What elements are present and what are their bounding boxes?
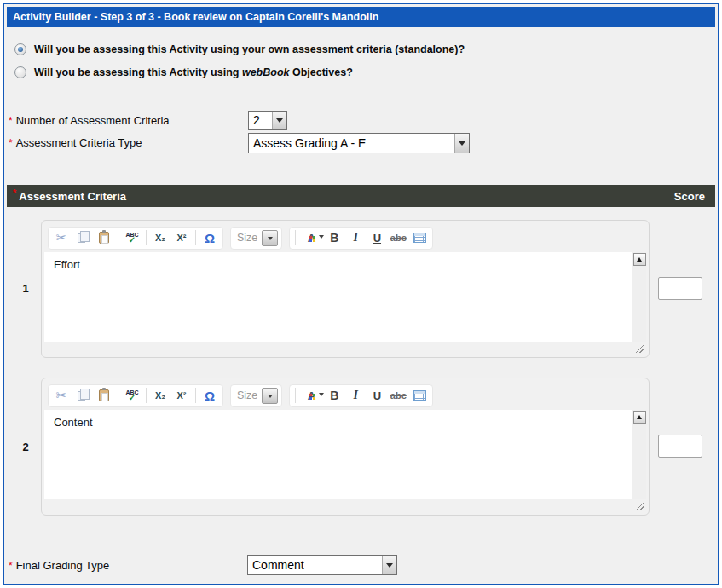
scroll-up-arrow-icon[interactable] — [633, 253, 646, 266]
num-criteria-label: *Number of Assessment Criteria — [9, 114, 170, 127]
row-number-1: 1 — [15, 282, 36, 295]
subscript-button[interactable]: X₂ — [150, 228, 170, 247]
criteria-type-select[interactable]: Assess Grading A - E — [248, 133, 470, 153]
copy-icon — [78, 233, 85, 243]
radio-button-standalone-selected[interactable] — [14, 43, 26, 55]
subscript-button[interactable]: X₂ — [150, 386, 170, 405]
subscript-icon: X₂ — [155, 233, 165, 243]
resize-handle[interactable] — [633, 499, 644, 510]
table-button[interactable] — [409, 228, 430, 247]
copy-icon — [78, 391, 85, 401]
final-grading-value: Comment — [248, 557, 382, 573]
italic-icon: I — [354, 389, 358, 402]
editor-toolbar-2: ✂ ABC✓ X₂ X² Ω Size A — [44, 381, 646, 410]
strikethrough-button[interactable]: abc — [388, 386, 408, 405]
page-title: Activity Builder - Step 3 of 3 - Book re… — [7, 7, 715, 27]
paste-icon — [99, 232, 109, 244]
special-character-button[interactable]: Ω — [199, 386, 220, 405]
num-criteria-value: 2 — [249, 112, 272, 128]
strikethrough-icon: abc — [390, 390, 407, 401]
editor-toolbar-1: ✂ ABC✓ X₂ X² Ω Size A — [44, 223, 646, 252]
assessment-criteria-header-bar: * Assessment Criteria Score — [7, 185, 715, 207]
criteria-text-area-1[interactable]: Effort — [44, 252, 632, 342]
scroll-up-arrow-icon[interactable] — [633, 411, 646, 424]
chevron-down-icon — [319, 393, 324, 399]
table-button[interactable] — [409, 386, 430, 405]
scrollbar-2[interactable] — [632, 410, 646, 499]
strikethrough-button[interactable]: abc — [388, 228, 408, 247]
spellcheck-button[interactable]: ABC✓ — [122, 228, 142, 247]
strikethrough-icon: abc — [390, 233, 407, 243]
scissors-icon: ✂ — [56, 230, 67, 245]
radio-button-webbook-unselected[interactable] — [14, 66, 26, 78]
superscript-icon: X² — [177, 233, 187, 243]
italic-icon: I — [354, 231, 358, 245]
table-icon — [413, 390, 426, 401]
underline-icon: U — [373, 232, 381, 245]
omega-icon: Ω — [205, 389, 215, 403]
text-color-button[interactable]: A — [299, 228, 323, 247]
table-icon — [413, 233, 426, 243]
criteria-type-value: Assess Grading A - E — [249, 135, 454, 151]
paste-icon — [99, 389, 109, 401]
chevron-down-icon — [319, 235, 324, 241]
scrollbar-1[interactable] — [632, 252, 646, 342]
activity-builder-window: Activity Builder - Step 3 of 3 - Book re… — [0, 0, 722, 588]
activity-builder-panel: Activity Builder - Step 3 of 3 - Book re… — [3, 3, 719, 585]
paste-button[interactable] — [94, 386, 114, 405]
score-input-2[interactable] — [658, 435, 702, 458]
spellcheck-button[interactable]: ABC✓ — [122, 386, 142, 405]
special-character-button[interactable]: Ω — [199, 228, 220, 247]
row-number-2: 2 — [15, 441, 36, 453]
scissors-icon: ✂ — [56, 388, 67, 403]
font-size-select[interactable]: Size — [230, 227, 282, 250]
chevron-down-icon[interactable] — [454, 134, 469, 153]
final-grading-label: *Final Grading Type — [9, 559, 109, 572]
italic-button[interactable]: I — [345, 386, 366, 405]
paste-button[interactable] — [94, 228, 114, 247]
radio-option-webbook[interactable]: Will you be assessing this Activity usin… — [14, 66, 353, 78]
radio-option-standalone[interactable]: Will you be assessing this Activity usin… — [14, 43, 465, 55]
page-title-text: Activity Builder - Step 3 of 3 - Book re… — [13, 11, 378, 23]
superscript-button[interactable]: X² — [171, 386, 192, 405]
radio-label-standalone[interactable]: Will you be assessing this Activity usin… — [34, 43, 465, 55]
final-grading-select[interactable]: Comment — [247, 555, 397, 575]
resize-handle[interactable] — [633, 342, 644, 353]
required-asterisk: * — [13, 185, 16, 200]
chevron-down-icon[interactable] — [262, 388, 278, 404]
required-asterisk: * — [9, 115, 13, 127]
superscript-button[interactable]: X² — [171, 228, 192, 247]
criteria-text-area-2[interactable]: Content — [44, 410, 632, 499]
underline-icon: U — [373, 389, 381, 402]
rich-text-editor-1: ✂ ABC✓ X₂ X² Ω Size A — [41, 220, 650, 358]
spellcheck-icon: ABC✓ — [125, 389, 138, 402]
spellcheck-icon: ABC✓ — [125, 232, 138, 245]
bold-icon: B — [330, 389, 338, 402]
score-column-heading: Score — [674, 190, 705, 203]
copy-button[interactable] — [72, 386, 93, 405]
required-asterisk: * — [9, 137, 13, 149]
text-color-button[interactable]: A — [299, 386, 323, 405]
omega-icon: Ω — [205, 231, 215, 245]
radio-label-webbook[interactable]: Will you be assessing this Activity usin… — [34, 66, 353, 78]
subscript-icon: X₂ — [155, 390, 165, 401]
criteria-type-label: *Assessment Criteria Type — [9, 136, 142, 149]
chevron-down-icon[interactable] — [262, 230, 278, 246]
copy-button[interactable] — [72, 228, 93, 247]
underline-button[interactable]: U — [367, 228, 387, 247]
bold-button[interactable]: B — [324, 228, 344, 247]
chevron-down-icon[interactable] — [272, 112, 286, 129]
score-input-1[interactable] — [658, 277, 702, 300]
cut-button[interactable]: ✂ — [51, 386, 72, 405]
num-criteria-select[interactable]: 2 — [248, 111, 287, 130]
bold-button[interactable]: B — [324, 386, 344, 405]
chevron-down-icon[interactable] — [382, 556, 396, 574]
cut-button[interactable]: ✂ — [51, 228, 72, 247]
italic-button[interactable]: I — [345, 228, 366, 247]
required-asterisk: * — [9, 560, 13, 572]
font-size-select[interactable]: Size — [230, 384, 282, 407]
bold-icon: B — [330, 231, 338, 245]
rich-text-editor-2: ✂ ABC✓ X₂ X² Ω Size A — [41, 378, 650, 516]
underline-button[interactable]: U — [367, 386, 387, 405]
assessment-criteria-heading: Assessment Criteria — [19, 190, 126, 203]
